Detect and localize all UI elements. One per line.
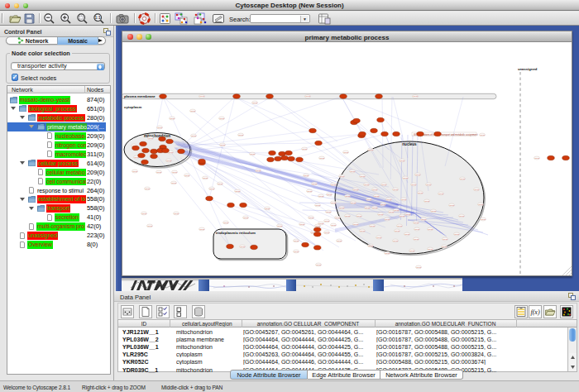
svg-text:Ysc1p: Ysc1p [378,213,384,215]
svg-text:Ysc1p: Ysc1p [428,248,433,250]
svg-text:Ysc1p: Ysc1p [318,195,324,197]
svg-text:Ysc1p: Ysc1p [223,222,229,223]
svg-text:Ysc1p: Ysc1p [345,195,351,197]
svg-text:Ysc1p: Ysc1p [299,223,305,225]
svg-text:Ysc1p: Ysc1p [534,157,540,159]
svg-text:Ysc1p: Ysc1p [315,204,321,206]
svg-text:Ysc1p: Ysc1p [409,250,415,251]
svg-text:Ysc1p: Ysc1p [459,215,465,217]
svg-text:Ysc1p: Ysc1p [145,188,151,189]
svg-text:Ysc1p: Ysc1p [238,134,244,136]
svg-text:f(x): f(x) [530,308,539,316]
svg-text:Ysc1p: Ysc1p [424,200,430,202]
svg-text:Ysc1p: Ysc1p [345,215,351,217]
svg-text:Ysc1p: Ysc1p [454,233,460,235]
svg-text:Ysc1p: Ysc1p [413,95,419,97]
svg-text:Ysc1p: Ysc1p [405,213,411,215]
svg-text:Ysc1p: Ysc1p [360,175,366,177]
svg-text:1:1: 1:1 [95,15,101,20]
svg-text:Ysc1p: Ysc1p [438,193,444,194]
svg-text:Ysc1p: Ysc1p [415,174,421,175]
svg-text:Ysc1p: Ysc1p [191,135,197,136]
svg-text:Ysc1p: Ysc1p [380,203,386,205]
svg-text:Ysc1p: Ysc1p [416,266,422,268]
svg-text:Ysc1p: Ysc1p [403,177,409,179]
svg-text:Ysc1p: Ysc1p [339,207,345,208]
svg-text:Ysc1p: Ysc1p [318,222,324,224]
svg-text:cytoplasm: cytoplasm [124,105,141,109]
svg-text:Ysc1p: Ysc1p [294,240,299,241]
svg-text:Ysc1p: Ysc1p [339,175,345,177]
svg-text:Ysc1p: Ysc1p [385,218,390,220]
svg-text:Ysc1p: Ysc1p [460,178,466,179]
svg-text:Ysc1p: Ysc1p [480,134,486,136]
svg-text:Ysc1p: Ysc1p [256,170,261,171]
svg-text:Ysc1p: Ysc1p [372,207,378,208]
svg-text:Ysc1p: Ysc1p [203,177,208,179]
svg-text:Ysc1p: Ysc1p [411,184,417,185]
svg-text:Ysc1p: Ysc1p [166,160,172,161]
svg-text:Ysc1p: Ysc1p [414,222,419,223]
svg-text:Ysc1p: Ysc1p [381,184,387,185]
svg-text:Ysc1p: Ysc1p [368,149,374,151]
svg-text:Ysc1p: Ysc1p [250,153,256,155]
svg-text:Ysc1p: Ysc1p [397,225,403,227]
svg-text:Ysc1p: Ysc1p [428,228,433,230]
svg-text:Ysc1p: Ysc1p [374,195,380,197]
svg-text:Ysc1p: Ysc1p [220,144,226,146]
svg-text:endoplasmic reticulum: endoplasmic reticulum [216,231,256,235]
svg-text:Ysc1p: Ysc1p [395,230,400,232]
svg-text:Ysc1p: Ysc1p [337,240,342,241]
svg-text:Ysc1p: Ysc1p [315,225,321,227]
svg-text:Ysc1p: Ysc1p [356,215,362,217]
svg-text:Ysc1p: Ysc1p [172,171,178,173]
svg-text:plasma membrane: plasma membrane [124,94,156,98]
svg-text:Ysc1p: Ysc1p [305,95,311,97]
svg-text:Ysc1p: Ysc1p [141,213,147,214]
svg-text:Ysc1p: Ysc1p [243,217,249,218]
svg-text:Ysc1p: Ysc1p [184,174,190,176]
svg-text:Ysc1p: Ysc1p [316,264,322,265]
svg-text:Ysc1p: Ysc1p [199,228,205,230]
svg-text:Ysc1p: Ysc1p [404,233,410,235]
svg-text:Ysc1p: Ysc1p [376,237,382,238]
svg-text:Ysc1p: Ysc1p [343,151,349,153]
svg-text:Ysc1p: Ysc1p [199,95,205,97]
svg-text:Ysc1p: Ysc1p [235,190,241,192]
svg-text:Ysc1p: Ysc1p [302,148,308,150]
svg-text:Ysc1p: Ysc1p [265,208,270,209]
svg-text:Ysc1p: Ysc1p [324,232,330,233]
svg-text:Ysc1p: Ysc1p [393,240,399,241]
svg-text:Ysc1p: Ysc1p [157,127,163,128]
svg-text:Ysc1p: Ysc1p [335,217,341,218]
svg-text:Ysc1p: Ysc1p [364,184,370,185]
svg-text:Ysc1p: Ysc1p [319,157,325,159]
svg-text:Ysc1p: Ysc1p [277,225,283,227]
svg-text:Ysc1p: Ysc1p [443,238,448,240]
svg-text:Ysc1p: Ysc1p [312,183,318,184]
svg-text:Ysc1p: Ysc1p [353,223,359,225]
svg-text:Ysc1p: Ysc1p [414,228,420,230]
svg-text:Ysc1p: Ysc1p [170,117,175,119]
svg-text:Ysc1p: Ysc1p [442,246,447,247]
svg-text:Ysc1p: Ysc1p [240,246,246,247]
svg-text:Ysc1p: Ysc1p [385,252,390,254]
svg-text:Ysc1p: Ysc1p [418,192,423,194]
svg-text:Ysc1p: Ysc1p [218,183,223,184]
svg-text:Ysc1p: Ysc1p [190,110,196,112]
svg-text:Ysc1p: Ysc1p [174,213,179,214]
svg-text:Ysc1p: Ysc1p [219,117,225,119]
svg-text:Ysc1p: Ysc1p [366,198,372,200]
svg-text:Ysc1p: Ysc1p [351,202,356,203]
svg-text:Ysc1p: Ysc1p [421,218,427,220]
svg-text:Ysc1p: Ysc1p [474,189,480,190]
svg-text:Ysc1p: Ysc1p [353,189,359,190]
svg-text:Ysc1p: Ysc1p [365,207,371,208]
svg-text:Ysc1p: Ysc1p [324,220,330,222]
svg-text:Ysc1p: Ysc1p [327,194,333,195]
svg-text:Ysc1p: Ysc1p [307,190,313,192]
svg-text:Ysc1p: Ysc1p [481,218,486,220]
svg-text:Ysc1p: Ysc1p [478,203,484,205]
svg-text:unassigned: unassigned [518,67,538,71]
svg-text:Ysc1p: Ysc1p [370,225,376,227]
